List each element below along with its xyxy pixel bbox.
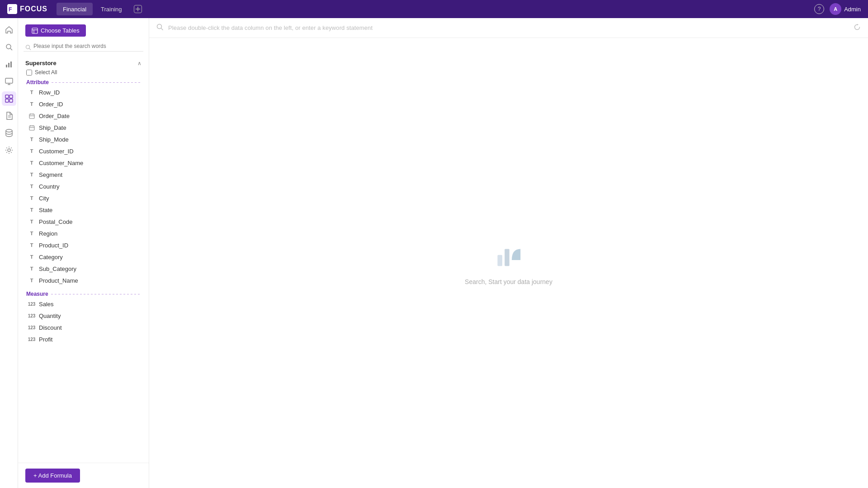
field-ship-mode[interactable]: T Ship_Mode [24,133,143,145]
add-tab-button[interactable] [130,5,146,13]
choose-tables-button[interactable]: Choose Tables [25,24,86,37]
icon-sidebar [0,18,18,488]
num-icon: 123 [28,336,35,343]
text-icon: T [28,242,35,249]
text-icon: T [28,183,35,190]
svg-point-24 [26,45,30,48]
table-icon [32,28,38,34]
sidebar-search[interactable] [2,40,16,54]
sidebar-database[interactable] [2,126,16,140]
db-section-superstore: Superstore ∧ Select All Attribute T Row_… [20,56,147,347]
field-row-id[interactable]: T Row_ID [24,86,143,98]
field-customer-id[interactable]: T Customer_ID [24,145,143,157]
search-input[interactable] [24,41,143,52]
main-content: Please double-click the data column on t… [149,18,868,488]
num-icon: 123 [28,312,35,319]
date-icon [28,112,35,119]
field-customer-name[interactable]: T Customer_Name [24,157,143,169]
svg-rect-30 [29,126,34,130]
svg-rect-10 [5,78,13,83]
num-icon: 123 [28,324,35,331]
field-category[interactable]: T Category [24,251,143,263]
sidebar-monitor[interactable] [2,74,16,89]
field-postal-code[interactable]: T Postal_Code [24,216,143,227]
search-wrap [18,41,149,56]
field-city[interactable]: T City [24,192,143,204]
left-panel-footer: + Add Formula [18,463,149,488]
db-section-name: Superstore [25,60,57,66]
field-segment[interactable]: T Segment [24,169,143,180]
svg-rect-26 [29,114,34,118]
data-list: Superstore ∧ Select All Attribute T Row_… [18,56,149,488]
measure-label: Measure [26,291,48,297]
user-avatar[interactable]: A Admin [830,3,861,15]
attribute-category: Attribute [24,77,143,86]
text-icon: T [28,159,35,166]
sidebar-analytics[interactable] [2,57,16,71]
top-navigation: F FOCUS Financial Training ? A Admin [0,0,868,18]
svg-line-25 [29,48,31,50]
field-discount[interactable]: 123 Discount [24,322,143,333]
svg-rect-13 [5,95,9,98]
main-search-bar[interactable]: Please double-click the data column on t… [149,18,868,38]
text-icon: T [28,253,35,261]
attribute-label: Attribute [26,79,49,85]
refresh-icon[interactable] [854,24,861,33]
field-profit[interactable]: 123 Profit [24,333,143,345]
svg-rect-8 [8,63,9,67]
nav-tabs: Financial Training [57,3,805,15]
sidebar-home[interactable] [2,23,16,37]
collapse-icon[interactable]: ∧ [137,60,142,66]
db-section-header: Superstore ∧ [24,58,143,68]
field-sales[interactable]: 123 Sales [24,298,143,310]
text-icon: T [28,194,35,202]
text-icon: T [28,265,35,272]
help-button[interactable]: ? [814,4,824,14]
sidebar-file[interactable] [2,109,16,123]
measure-divider [51,294,141,294]
add-formula-label: + Add Formula [33,472,72,479]
svg-point-19 [6,129,12,132]
select-all-checkbox[interactable] [26,70,32,76]
field-ship-date[interactable]: Ship_Date [24,122,143,133]
add-formula-button[interactable]: + Add Formula [25,469,80,483]
empty-state: Search, Start your data journey [149,38,868,488]
text-icon: T [28,230,35,237]
svg-rect-7 [6,65,7,67]
text-icon: T [28,100,35,108]
text-icon: T [28,171,35,178]
svg-rect-14 [9,95,13,98]
sidebar-grid[interactable] [2,91,16,106]
num-icon: 123 [28,300,35,308]
tab-financial[interactable]: Financial [57,3,93,15]
search-input-icon [25,44,31,52]
field-state[interactable]: T State [24,204,143,216]
field-order-date[interactable]: Order_Date [24,110,143,122]
field-quantity[interactable]: 123 Quantity [24,310,143,322]
left-panel-header: Choose Tables [18,18,149,41]
field-product-name[interactable]: T Product_Name [24,275,143,286]
field-sub-category[interactable]: T Sub_Category [24,263,143,275]
svg-line-6 [10,48,12,50]
tab-training[interactable]: Training [94,3,128,15]
attribute-divider [52,82,141,83]
field-region[interactable]: T Region [24,227,143,239]
text-icon: T [28,206,35,213]
logo-text: FOCUS [20,5,47,13]
svg-text:F: F [9,6,12,13]
svg-point-20 [8,149,10,152]
field-product-id[interactable]: T Product_ID [24,239,143,251]
left-panel: Choose Tables Superstore ∧ Select A [18,18,149,488]
nav-right: ? A Admin [814,3,861,15]
svg-rect-15 [5,99,9,102]
field-order-id[interactable]: T Order_ID [24,98,143,110]
svg-rect-9 [10,62,12,67]
svg-point-34 [157,24,162,28]
date-icon [28,124,35,131]
main-layout: Choose Tables Superstore ∧ Select A [0,18,868,488]
field-country[interactable]: T Country [24,180,143,192]
sidebar-settings[interactable] [2,143,16,157]
svg-rect-37 [505,249,509,266]
user-name: Admin [844,6,861,13]
select-all-row: Select All [24,68,143,77]
